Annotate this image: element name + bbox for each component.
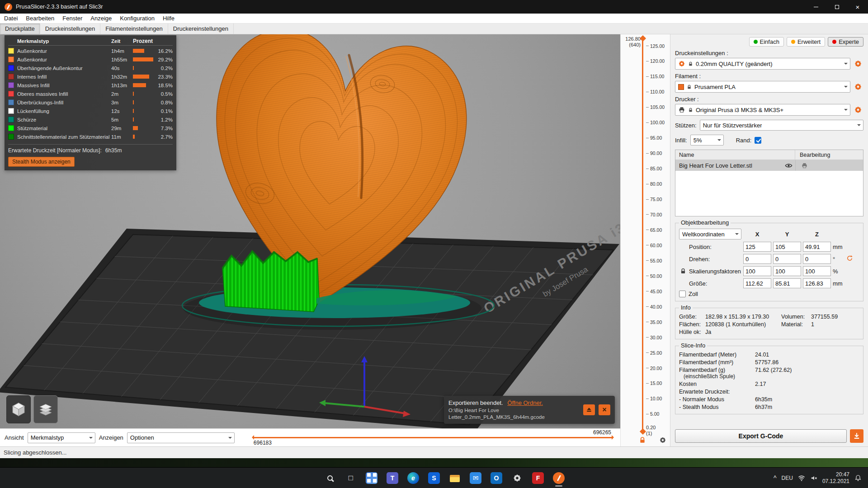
coordinate-system-combo[interactable]: Weltkoordinaten	[679, 229, 741, 239]
object-list-header: Name Bearbeitung	[675, 150, 863, 160]
menu-item-datei[interactable]: Datei	[0, 14, 22, 23]
taskbar-edge-icon[interactable]: e	[404, 469, 422, 487]
printer-combo[interactable]: Original Prusa i3 MK3S & MK3S+	[675, 104, 850, 116]
taskbar-widgets-icon[interactable]	[363, 469, 381, 487]
feature-time: 5m	[111, 117, 131, 122]
wifi-icon[interactable]	[798, 474, 805, 482]
layer-tick: 55.00	[646, 258, 665, 263]
print-settings-combo[interactable]: 0.20mm QUALITY (geändert)	[675, 58, 850, 70]
volume-muted-icon[interactable]	[810, 474, 817, 482]
taskbar-search-icon[interactable]	[321, 469, 339, 487]
edit-filament-button[interactable]	[853, 81, 863, 92]
input-y[interactable]	[773, 242, 801, 252]
tab-druckereinstellungen[interactable]: Druckereinstellungen	[168, 23, 234, 34]
slider-track[interactable]	[254, 437, 612, 438]
slice-info-label: - Stealth Modus	[679, 404, 719, 410]
input-z[interactable]	[803, 266, 831, 276]
slider-settings-gear-icon[interactable]	[659, 436, 666, 444]
taskbar-outlook-icon[interactable]: O	[487, 469, 505, 487]
edit-print-settings-button[interactable]	[853, 58, 863, 69]
input-y[interactable]	[773, 278, 801, 288]
layer-tick: 20.00	[646, 366, 665, 371]
slice-info-label: - Normaler Modus	[679, 396, 724, 403]
maximize-button[interactable]	[826, 0, 847, 14]
manipulation-row: Skalierungsfaktoren:%	[679, 266, 859, 276]
tray-expand-icon[interactable]: ^	[774, 474, 777, 482]
menu-item-bearbeiten[interactable]: Bearbeiten	[22, 14, 58, 23]
taskbar-task-view-icon[interactable]: □	[342, 469, 360, 487]
filament-combo[interactable]: Prusament PLA	[675, 81, 850, 93]
notifications-bell-icon[interactable]	[854, 474, 862, 482]
col-zeit: Zeit	[111, 38, 131, 44]
slice-info-label: Erwartete Druckzeit:	[679, 389, 730, 395]
slider-left-arrow-icon[interactable]	[250, 435, 254, 440]
mode-einfach-button[interactable]: Einfach	[749, 37, 784, 47]
open-folder-link[interactable]: Öffne Ordner.	[507, 399, 543, 406]
taskbar-prusaslicer-icon[interactable]	[550, 469, 568, 487]
brim-checkbox[interactable]	[755, 137, 761, 144]
object-manipulation-group: Objektbearbeitung Weltkoordinaten X Y Z …	[675, 223, 863, 301]
close-notification-button[interactable]: ×	[599, 404, 610, 415]
mode-erweitert-button[interactable]: Erweitert	[787, 37, 825, 47]
show-options-combo[interactable]: Optionen	[127, 432, 235, 443]
feature-time: 1h55m	[111, 57, 131, 62]
input-x[interactable]	[743, 254, 771, 264]
legend-row: Oberes massives Infill2m0.5%	[8, 89, 173, 98]
infill-combo[interactable]: 5%	[690, 135, 724, 145]
tab-filamenteinstellungen[interactable]: Filamenteinstellungen	[100, 23, 168, 34]
input-x[interactable]	[743, 242, 771, 252]
slice-info-label: Filamentbedarf (g)	[679, 367, 725, 373]
taskbar-settings-icon[interactable]	[508, 469, 526, 487]
menu-item-fenster[interactable]: Fenster	[58, 14, 86, 23]
input-x[interactable]	[743, 278, 771, 288]
input-y[interactable]	[773, 254, 801, 264]
layer-slider-handle-bottom[interactable]	[639, 428, 646, 435]
taskbar-teams-icon[interactable]: T	[383, 469, 401, 487]
input-z[interactable]	[803, 254, 831, 264]
view-mode-combo[interactable]: Merkmalstyp	[28, 432, 95, 443]
export-gcode-button[interactable]: Export G-Code	[675, 429, 847, 443]
close-button[interactable]: ×	[847, 0, 868, 14]
viewport-3d[interactable]: ORIGINAL PRUSA i3 MK3 by Josef Prusa	[0, 34, 620, 428]
tray-language[interactable]: DEU	[782, 475, 793, 481]
layers-view-button[interactable]	[33, 395, 58, 423]
edit-printer-icon[interactable]	[801, 162, 808, 169]
minimize-button[interactable]	[806, 0, 826, 14]
gcode-move-slider[interactable]: 696265 696183	[238, 429, 616, 446]
menu-item-konfiguration[interactable]: Konfiguration	[116, 14, 159, 23]
input-z[interactable]	[803, 278, 831, 288]
eject-button[interactable]	[583, 404, 595, 415]
input-y[interactable]	[773, 266, 801, 276]
menu-item-hilfe[interactable]: Hilfe	[159, 14, 179, 23]
input-z[interactable]	[803, 242, 831, 252]
tab-druckeinstellungen[interactable]: Druckeinstellungen	[40, 23, 101, 34]
layer-slider-track[interactable]	[642, 38, 643, 432]
taskbar-start-icon[interactable]	[300, 469, 318, 487]
slider-lock-icon[interactable]	[639, 436, 646, 444]
lock-icon	[688, 61, 693, 66]
taskbar-f-app-icon[interactable]: F	[529, 469, 547, 487]
input-x[interactable]	[743, 266, 771, 276]
solid-view-button[interactable]	[6, 395, 31, 423]
export-sd-button[interactable]	[850, 429, 863, 443]
object-row[interactable]: Big Heart For Love Letter.stl	[675, 160, 863, 171]
taskbar-clock[interactable]: 20:47 07.12.2021	[822, 471, 849, 485]
chevron-down-icon	[842, 61, 850, 66]
taskbar-mail-icon[interactable]: ✉	[467, 469, 485, 487]
taskbar-store-icon[interactable]: S	[425, 469, 443, 487]
supports-combo[interactable]: Nur für Stützverstärker	[700, 120, 863, 131]
inch-checkbox[interactable]	[679, 291, 686, 297]
facets-value: 120838 (1 Konturhüllen)	[705, 321, 781, 328]
scale-lock-icon[interactable]	[679, 268, 687, 274]
slice-info-group: Slice-Info Filamentbedarf (Meter)24.01Fi…	[675, 346, 863, 414]
legend-row: Massives Infill1h13m18.5%	[8, 81, 173, 89]
tab-druckplatte[interactable]: Druckplatte	[0, 23, 40, 34]
reset-rotation-button[interactable]	[846, 255, 853, 263]
taskbar-explorer-icon[interactable]	[446, 469, 464, 487]
menu-item-anzeige[interactable]: Anzeige	[86, 14, 116, 23]
slider-right-arrow-icon[interactable]	[612, 435, 616, 440]
visibility-eye-icon[interactable]	[785, 162, 793, 169]
mode-experte-button[interactable]: Experte	[828, 37, 863, 47]
edit-printer-button[interactable]	[853, 104, 863, 115]
stealth-mode-button[interactable]: Stealth Modus anzeigen	[8, 157, 75, 167]
